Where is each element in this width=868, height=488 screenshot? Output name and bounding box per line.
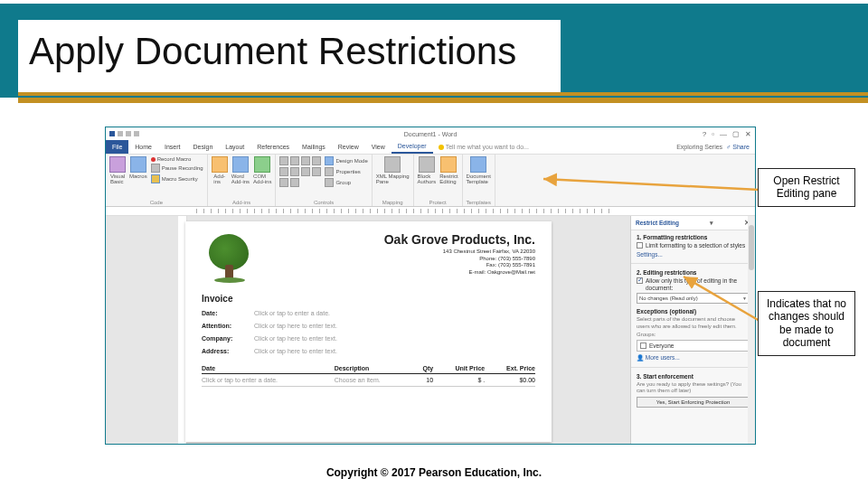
- start-enforcing-button[interactable]: Yes, Start Enforcing Protection: [637, 397, 750, 408]
- building-block-icon[interactable]: [312, 156, 321, 165]
- group-label-controls: Controls: [279, 200, 367, 205]
- document-template-button[interactable]: Document Template: [467, 156, 491, 184]
- limit-formatting-checkbox[interactable]: Limit formatting to a selection of style…: [637, 242, 750, 249]
- combo-control-icon[interactable]: [290, 167, 299, 176]
- redo-icon[interactable]: [134, 131, 139, 136]
- address-field[interactable]: Click or tap here to enter text.: [254, 348, 337, 354]
- col-ext-price: Ext. Price: [485, 363, 535, 374]
- title-underline-thick: [18, 98, 868, 103]
- exceptions-text: Select parts of the document and choose …: [637, 316, 750, 329]
- tree-logo: [202, 232, 256, 285]
- record-dot-icon: [151, 157, 156, 162]
- checkbox-control-icon[interactable]: [279, 167, 288, 176]
- tab-home[interactable]: Home: [128, 140, 158, 154]
- word-app-icon: [109, 131, 115, 136]
- date-field[interactable]: Click or tap to enter a date.: [254, 310, 330, 316]
- design-mode-button[interactable]: Design Mode: [325, 156, 367, 165]
- title-underline-thin: [18, 92, 868, 96]
- tab-view[interactable]: View: [365, 140, 392, 154]
- horizontal-ruler: [106, 207, 755, 216]
- repeating-section-icon[interactable]: [279, 178, 288, 187]
- address-line-1: 143 Chestnut Street Fairfax, VA 22030: [265, 249, 535, 256]
- col-qty: Qty: [415, 363, 433, 374]
- macros-button[interactable]: Macros: [129, 156, 147, 179]
- formatting-restrictions-section: 1. Formatting restrictions Limit formatt…: [631, 230, 755, 261]
- date-picker-icon[interactable]: [312, 167, 321, 176]
- tab-review[interactable]: Review: [332, 140, 365, 154]
- block-authors-icon: [419, 156, 435, 173]
- date-label: Date:: [202, 310, 254, 316]
- xml-mapping-icon: [384, 156, 401, 173]
- ribbon-options-icon[interactable]: ▫: [712, 130, 714, 138]
- block-authors-button[interactable]: Block Authors: [418, 156, 437, 184]
- invoice-table: Date Description Qty Unit Price Ext. Pri…: [202, 363, 535, 387]
- restrict-editing-button[interactable]: Restrict Editing: [439, 156, 458, 184]
- tab-insert[interactable]: Insert: [158, 140, 187, 154]
- help-icon[interactable]: ?: [703, 130, 706, 138]
- undo-icon[interactable]: [126, 131, 131, 136]
- ribbon-group-code: Visual Basic Macros Record Macro Pause R…: [106, 155, 208, 206]
- record-macro-button[interactable]: Record Macro: [151, 156, 203, 162]
- plain-text-icon[interactable]: [290, 156, 299, 165]
- letterhead: Oak Grove Products, Inc. 143 Chestnut St…: [202, 232, 535, 285]
- document-title: Document1 - Word: [404, 131, 458, 137]
- macros-icon: [130, 156, 146, 173]
- visual-basic-icon: [109, 156, 126, 173]
- ribbon-group-templates: Document Template Templates: [463, 155, 495, 206]
- page-column: Oak Grove Products, Inc. 143 Chestnut St…: [106, 216, 630, 444]
- callout-restrict-editing: Open Restrict Editing pane: [758, 168, 855, 207]
- tab-design[interactable]: Design: [186, 140, 219, 154]
- editing-type-select[interactable]: No changes (Read only)▼: [637, 293, 750, 304]
- macro-security-button[interactable]: Macro Security: [151, 174, 203, 183]
- tab-mailings[interactable]: Mailings: [296, 140, 332, 154]
- group-button[interactable]: Group: [325, 178, 367, 187]
- everyone-checkbox[interactable]: Everyone: [637, 340, 750, 352]
- save-icon[interactable]: [118, 131, 123, 136]
- scroll-thumb[interactable]: [749, 225, 754, 270]
- properties-button[interactable]: Properties: [325, 167, 367, 176]
- address-line-3: Fax: (703) 555-7891: [265, 262, 535, 269]
- vertical-scrollbar[interactable]: [748, 216, 755, 444]
- document-template-icon: [470, 156, 486, 173]
- tab-layout[interactable]: Layout: [219, 140, 250, 154]
- ribbon-tabs: File Home Insert Design Layout Reference…: [106, 140, 755, 155]
- visual-basic-button[interactable]: Visual Basic: [109, 156, 126, 184]
- tab-developer[interactable]: Developer: [392, 140, 433, 154]
- user-name[interactable]: Exploring Series: [676, 144, 722, 150]
- share-button[interactable]: ♂ Share: [726, 144, 750, 150]
- word-screenshot: Document1 - Word ? ▫ — ▢ ✕ File Home Ins…: [105, 127, 756, 445]
- word-addins-button[interactable]: Word Add-ins: [231, 156, 250, 184]
- allow-only-checkbox[interactable]: Allow only this type of editing in the d…: [637, 277, 750, 292]
- rich-text-icon[interactable]: [279, 156, 288, 165]
- com-addins-button[interactable]: COM Add-ins: [253, 156, 271, 184]
- tab-references[interactable]: References: [250, 140, 296, 154]
- legacy-tools-icon[interactable]: [290, 178, 299, 187]
- close-icon[interactable]: ✕: [745, 130, 751, 138]
- cell-desc[interactable]: Choose an item.: [335, 374, 415, 387]
- pause-recording-button[interactable]: Pause Recording: [151, 164, 203, 173]
- attention-label: Attention:: [202, 323, 254, 329]
- dropdown-control-icon[interactable]: [301, 167, 310, 176]
- pane-dropdown-icon[interactable]: ▾: [710, 220, 713, 227]
- properties-icon: [325, 167, 334, 176]
- attention-field[interactable]: Click or tap here to enter text.: [254, 323, 337, 329]
- quick-access-toolbar: [109, 131, 139, 136]
- checkbox-icon: [640, 343, 646, 349]
- address-line-2: Phone: (703) 555-7890: [265, 256, 535, 263]
- settings-link[interactable]: Settings...: [637, 251, 750, 258]
- chevron-down-icon: ▼: [742, 296, 747, 301]
- addins-button[interactable]: Add- ins: [212, 156, 228, 184]
- more-users-link[interactable]: 👤 More users...: [637, 354, 750, 361]
- window-controls: ? ▫ — ▢ ✕: [703, 130, 751, 138]
- minimize-icon[interactable]: —: [720, 130, 727, 138]
- cell-date[interactable]: Click or tap to enter a date.: [202, 374, 335, 387]
- cell-unit[interactable]: $ .: [433, 374, 485, 387]
- picture-control-icon[interactable]: [301, 156, 310, 165]
- company-field[interactable]: Click or tap here to enter text.: [254, 335, 337, 342]
- tell-me[interactable]: Tell me what you want to do...: [439, 140, 529, 154]
- xml-mapping-button[interactable]: XML Mapping Pane: [376, 156, 410, 184]
- cell-qty[interactable]: 10: [415, 374, 433, 387]
- design-mode-icon: [325, 156, 334, 165]
- maximize-icon[interactable]: ▢: [732, 130, 740, 138]
- tab-file[interactable]: File: [106, 140, 128, 154]
